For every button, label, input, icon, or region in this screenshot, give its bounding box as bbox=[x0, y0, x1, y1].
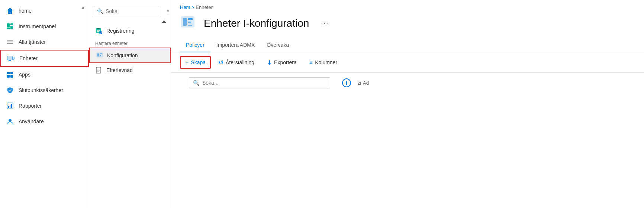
svg-rect-29 bbox=[100, 53, 102, 54]
reset-label: Återställning bbox=[226, 59, 254, 65]
columns-icon: ≡ bbox=[309, 59, 313, 66]
subnav-item-konfiguration[interactable]: Konfiguration bbox=[89, 48, 171, 63]
subnav-section-header: Hantera enheter bbox=[89, 38, 171, 48]
security-icon bbox=[6, 86, 14, 94]
breadcrumb-current: Enheter bbox=[196, 4, 213, 10]
page-title: Enheter I-konfiguration bbox=[204, 17, 309, 29]
info-button[interactable]: i bbox=[342, 78, 351, 87]
sidebar-item-services[interactable]: Alla tjänster bbox=[0, 34, 89, 50]
sidebar-item-label-security: Slutpunktssäkerhet bbox=[19, 87, 63, 93]
sidebar-item-apps[interactable]: Apps bbox=[0, 67, 89, 82]
subnav-item-label-efterlevnad: Efterlevnad bbox=[106, 67, 133, 73]
sidebar-item-label-users: Användare bbox=[19, 118, 44, 124]
svg-rect-25 bbox=[97, 31, 99, 32]
svg-rect-23 bbox=[97, 28, 100, 29]
svg-rect-8 bbox=[7, 56, 13, 60]
subnav-search-container: 🔍 bbox=[94, 6, 159, 16]
sidebar-item-devices[interactable]: Enheter bbox=[0, 50, 89, 67]
scroll-up-area bbox=[89, 19, 171, 24]
subnav-search-icon: 🔍 bbox=[97, 8, 103, 14]
toolbar: + Skapa ↺ Återställning ⬇ Exportera ≡ Ko… bbox=[171, 52, 644, 73]
dashboard-icon bbox=[6, 22, 14, 30]
subnav-panel: 🔍 « Registrering Hantera enheter bbox=[89, 0, 171, 208]
svg-rect-38 bbox=[188, 22, 191, 23]
svg-rect-37 bbox=[188, 18, 193, 20]
svg-rect-1 bbox=[10, 23, 13, 25]
svg-rect-10 bbox=[13, 57, 14, 59]
svg-point-20 bbox=[7, 105, 9, 106]
svg-rect-4 bbox=[7, 40, 13, 40]
tab-policyer[interactable]: Policyer bbox=[180, 38, 210, 52]
sidebar-item-label-dashboard: Instrumentpanel bbox=[19, 23, 56, 29]
svg-rect-6 bbox=[7, 43, 13, 44]
create-plus-icon: + bbox=[185, 59, 189, 66]
subnav-collapse-button[interactable]: « bbox=[165, 7, 171, 15]
page-header: Enheter I-konfiguration ··· bbox=[171, 12, 644, 38]
tabs-row: Policyer Importera ADMX Övervaka bbox=[171, 38, 644, 52]
config-icon bbox=[180, 14, 198, 32]
svg-rect-18 bbox=[10, 105, 10, 108]
sidebar-item-users[interactable]: Användare bbox=[0, 114, 89, 129]
apps-icon bbox=[6, 71, 14, 79]
home-icon bbox=[6, 7, 14, 15]
create-button[interactable]: + Skapa bbox=[180, 56, 211, 69]
svg-rect-36 bbox=[183, 18, 187, 26]
breadcrumb-home[interactable]: Hem > bbox=[180, 4, 194, 10]
svg-rect-14 bbox=[7, 75, 10, 78]
svg-rect-11 bbox=[9, 60, 11, 61]
filter-icon: ⊿ bbox=[357, 80, 361, 86]
main-content: Hem > Enheter Enheter I-konfiguration ··… bbox=[171, 0, 644, 208]
breadcrumb: Hem > Enheter bbox=[171, 0, 644, 12]
page-menu-button[interactable]: ··· bbox=[318, 18, 332, 29]
svg-rect-0 bbox=[7, 23, 10, 27]
sidebar-item-label-devices: Enheter bbox=[19, 55, 38, 61]
columns-label: Kolumner bbox=[315, 59, 337, 65]
content-search-row: 🔍 i ⊿ Ad bbox=[171, 73, 644, 93]
tab-overvaka[interactable]: Övervaka bbox=[261, 38, 295, 52]
konfiguration-icon bbox=[96, 52, 103, 59]
registrering-icon bbox=[95, 27, 103, 35]
sidebar-item-label-home: home bbox=[19, 8, 32, 14]
svg-rect-15 bbox=[10, 75, 13, 78]
svg-rect-19 bbox=[11, 104, 12, 108]
svg-rect-28 bbox=[97, 53, 99, 56]
sidebar-item-home[interactable]: home bbox=[0, 3, 89, 19]
svg-rect-2 bbox=[7, 27, 10, 29]
subnav-item-efterlevnad[interactable]: Efterlevnad bbox=[89, 63, 171, 77]
sidebar-collapse-button[interactable]: « bbox=[80, 3, 86, 12]
svg-rect-5 bbox=[7, 42, 13, 42]
efterlevnad-icon bbox=[95, 66, 103, 74]
sidebar-item-label-reports: Rapporter bbox=[19, 103, 42, 109]
create-label: Skapa bbox=[191, 59, 206, 65]
services-icon bbox=[6, 38, 14, 46]
sidebar-item-dashboard[interactable]: Instrumentpanel bbox=[0, 19, 89, 34]
svg-rect-30 bbox=[100, 55, 101, 56]
export-icon: ⬇ bbox=[267, 59, 272, 66]
subnav-item-label-konfiguration: Konfiguration bbox=[107, 52, 138, 58]
subnav-item-registrering[interactable]: Registrering bbox=[89, 24, 171, 38]
content-search-icon: 🔍 bbox=[193, 80, 199, 86]
columns-button[interactable]: ≡ Kolumner bbox=[305, 56, 342, 68]
filter-button[interactable]: ⊿ Ad bbox=[354, 78, 372, 87]
content-search-actions: i ⊿ Ad bbox=[342, 78, 372, 87]
tab-importera-admx[interactable]: Importera ADMX bbox=[210, 38, 261, 52]
sidebar-item-reports[interactable]: Rapporter bbox=[0, 98, 89, 114]
scroll-up-arrow[interactable] bbox=[162, 20, 166, 23]
sidebar-item-security[interactable]: Slutpunktssäkerhet bbox=[0, 82, 89, 98]
reset-button[interactable]: ↺ Återställning bbox=[214, 56, 259, 69]
subnav-item-label-registrering: Registrering bbox=[106, 28, 134, 34]
content-search-input[interactable] bbox=[202, 80, 326, 86]
svg-rect-17 bbox=[8, 106, 9, 108]
subnav-search-input[interactable] bbox=[106, 8, 156, 14]
svg-rect-24 bbox=[97, 30, 100, 31]
sidebar: « home Instrumentpanel bbox=[0, 0, 89, 208]
reports-icon bbox=[6, 102, 14, 110]
filter-label: Ad bbox=[363, 80, 369, 86]
svg-rect-13 bbox=[10, 72, 13, 74]
svg-rect-33 bbox=[97, 70, 100, 71]
sidebar-item-label-apps: Apps bbox=[19, 72, 30, 78]
users-icon bbox=[6, 117, 14, 126]
export-button[interactable]: ⬇ Exportera bbox=[262, 56, 302, 69]
svg-rect-34 bbox=[97, 71, 99, 72]
svg-rect-3 bbox=[10, 26, 13, 29]
